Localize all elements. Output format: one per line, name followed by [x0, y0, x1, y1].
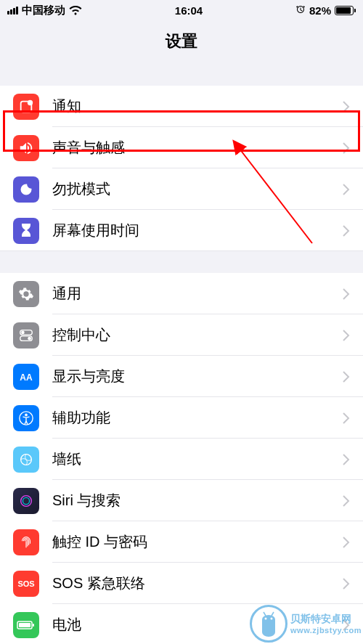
watermark-url: www.zjbstyy.com — [290, 626, 362, 635]
signal-icon — [7, 7, 18, 15]
watermark-text: 贝斯特安卓网 www.zjbstyy.com — [290, 613, 362, 635]
chevron-right-icon — [343, 371, 350, 383]
status-left: 中国移动 — [7, 4, 82, 17]
row-control-center[interactable]: 控制中心 — [0, 314, 363, 356]
row-general[interactable]: 通用 — [0, 273, 363, 314]
settings-group-2: 通用 控制中心 AA 显示与亮度 辅助功能 墙纸 — [0, 273, 363, 644]
chevron-right-icon — [343, 225, 350, 237]
row-accessibility[interactable]: 辅助功能 — [0, 397, 363, 439]
row-label: 屏幕使用时间 — [52, 221, 343, 240]
watermark-logo — [250, 605, 287, 643]
chevron-right-icon — [343, 184, 350, 195]
svg-point-17 — [265, 618, 267, 620]
wifi-icon — [69, 6, 82, 15]
row-touchid[interactable]: 触控 ID 与密码 — [0, 521, 363, 563]
page-title: 设置 — [0, 30, 363, 52]
sound-icon — [13, 135, 39, 161]
chevron-right-icon — [343, 454, 350, 465]
row-display[interactable]: AA 显示与亮度 — [0, 356, 363, 397]
row-label: 声音与触感 — [52, 138, 343, 158]
svg-text:AA: AA — [20, 372, 33, 383]
battery-icon — [13, 612, 39, 638]
svg-rect-15 — [19, 623, 30, 627]
hourglass-icon — [13, 218, 39, 244]
row-label: 通用 — [52, 284, 343, 303]
svg-point-5 — [28, 336, 31, 340]
chevron-right-icon — [343, 330, 350, 341]
chevron-right-icon — [343, 495, 350, 507]
carrier-label: 中国移动 — [22, 4, 65, 17]
toggles-icon — [13, 322, 39, 349]
chevron-right-icon — [343, 142, 350, 154]
row-label: 墙纸 — [52, 449, 343, 469]
row-label: 显示与亮度 — [52, 367, 343, 386]
battery-percent: 82% — [309, 4, 331, 17]
svg-text:SOS: SOS — [17, 579, 34, 588]
chevron-right-icon — [343, 412, 350, 424]
row-label: SOS 紧急联络 — [52, 574, 343, 593]
moon-icon — [13, 176, 39, 203]
siri-icon — [13, 488, 39, 514]
svg-rect-14 — [33, 624, 34, 627]
fingerprint-icon — [13, 529, 39, 555]
gear-icon — [13, 281, 39, 307]
row-screentime[interactable]: 屏幕使用时间 — [0, 210, 363, 251]
status-right: 82% — [295, 4, 356, 17]
chevron-right-icon — [343, 578, 350, 590]
alarm-icon — [295, 5, 306, 15]
watermark-name: 贝斯特安卓网 — [290, 613, 362, 626]
row-label: 通知 — [52, 97, 343, 116]
row-wallpaper[interactable]: 墙纸 — [0, 439, 363, 480]
row-label: 勿扰模式 — [52, 179, 343, 199]
display-icon: AA — [13, 364, 39, 390]
row-label: 触控 ID 与密码 — [52, 532, 343, 552]
sos-icon: SOS — [13, 571, 39, 597]
row-label: 辅助功能 — [52, 408, 343, 428]
row-sos[interactable]: SOS SOS 紧急联络 — [0, 563, 363, 604]
svg-line-19 — [264, 612, 266, 616]
row-label: Siri 与搜索 — [52, 491, 343, 510]
svg-point-8 — [25, 413, 28, 416]
status-bar: 中国移动 16:04 82% — [0, 0, 363, 20]
row-siri[interactable]: Siri 与搜索 — [0, 480, 363, 521]
svg-point-18 — [271, 618, 273, 620]
page-header: 设置 — [0, 20, 363, 64]
row-label: 控制中心 — [52, 325, 343, 345]
svg-line-20 — [272, 612, 274, 616]
notifications-icon — [13, 94, 39, 120]
accessibility-icon — [13, 405, 39, 431]
time-label: 16:04 — [175, 4, 203, 17]
svg-point-11 — [23, 497, 29, 504]
settings-group-1: 通知 声音与触感 勿扰模式 屏幕使用时间 — [0, 86, 363, 251]
chevron-right-icon — [343, 101, 350, 113]
svg-point-1 — [28, 99, 33, 105]
row-notifications[interactable]: 通知 — [0, 86, 363, 127]
row-sounds[interactable]: 声音与触感 — [0, 127, 363, 168]
watermark: 贝斯特安卓网 www.zjbstyy.com — [250, 605, 362, 643]
chevron-right-icon — [343, 537, 350, 548]
wallpaper-icon — [13, 447, 39, 473]
chevron-right-icon — [343, 288, 350, 300]
battery-icon — [335, 6, 356, 15]
svg-point-3 — [21, 330, 25, 334]
row-dnd[interactable]: 勿扰模式 — [0, 168, 363, 210]
